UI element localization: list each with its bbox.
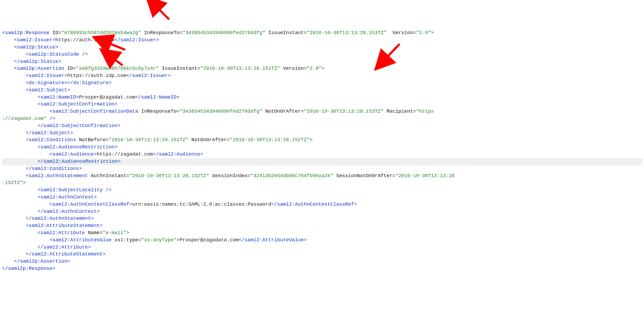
audiencerestr-close2: :AudienceRestriction> <box>58 159 121 164</box>
status-open: <saml2p:Status> <box>14 44 58 50</box>
accr-value: urn:oasis:names:tc:SAML:2.0:ac:classes:P… <box>132 202 271 207</box>
subject-close: </saml2:Subject> <box>26 130 73 136</box>
scd-nooa-attr: NotOnOrAfter <box>265 109 301 114</box>
svg-line-1 <box>157 7 169 19</box>
scd-irt-attr: InResponseTo <box>141 109 177 114</box>
inresponseto-val: "3438545343948990fed276ddfg" <box>182 30 265 36</box>
signature-close: </ds:Signature> <box>67 80 112 86</box>
issuer-close: </saml2:Issuer> <box>115 37 159 43</box>
signature-open: <ds:Signature> <box>26 80 67 86</box>
subjectconf-close: </saml2:SubjectConfirmation> <box>38 123 120 129</box>
scd-recip-attr: Recipient <box>386 109 413 114</box>
attr-name-val: "e-mail" <box>103 230 127 236</box>
subjectconf-open: <saml2:SubjectConfirmation> <box>38 101 117 107</box>
scd-irt-val: "3438545343948990fed276ddfg" <box>180 109 262 114</box>
id-attr: ID <box>52 30 58 36</box>
attr-close: </saml2:Attribute> <box>38 245 91 250</box>
attrval-open-tag: <saml2:AttributeValue <box>50 237 112 243</box>
attrval-value: Prosper@zagadata.com <box>180 237 239 243</box>
nameid-value: Prosper@zagadat.com <box>79 95 135 100</box>
nameid-open: <saml2:NameID> <box>38 95 79 100</box>
assertion-id-val: "a48fg332dw98h786kc5c6y7s4r" <box>76 66 159 71</box>
assertion-ii-val: "2016-10-30T13:13:28.151TZ" <box>200 66 280 71</box>
attrval-xsi-val: "xs:anyType" <box>141 237 177 243</box>
cond-nb-val: "2016-10-30T13:13:28.151TZ" <box>109 137 189 143</box>
audiencerestr-close1: </saml2 <box>38 159 58 164</box>
statuscode-self: <saml2p:StatusCode /> <box>26 52 88 57</box>
audience-open: <saml2:Audience> <box>50 152 97 157</box>
authnstmt-close: </saml2:AuthnStatement> <box>26 216 94 221</box>
ais-snooa-val2: .152TZ" <box>2 180 23 186</box>
cond-nooa-val: "2016-10-30T13:13:28.152TZ" <box>230 137 310 143</box>
scd-nooa-val: "2016-10-30T13:13:28.153TZ" <box>304 109 384 114</box>
subject-open: <saml2:Subject> <box>26 87 70 93</box>
version-val: "2.0" <box>416 30 431 36</box>
assertion-ver-attr: Version <box>283 66 304 71</box>
ais-snooa-val1: "2016-10-30T13:13:28 <box>396 173 455 179</box>
audience-close: </saml2:Audience> <box>153 152 203 157</box>
version-attr: Version <box>393 30 413 36</box>
assertion-ver-val: "2.0" <box>307 66 322 71</box>
ais-si-val: "32413b2e54db89c764fb96ya2k" <box>251 173 333 179</box>
issuer-value: https://auth.idp.com <box>55 37 115 43</box>
scd-recip-val1: "https <box>416 109 434 114</box>
authnstmt-open-tag: <saml2:AuthnStatement <box>26 173 88 179</box>
assertion-ii-attr: IssueInstant <box>162 66 197 71</box>
issueinstant-val: "2016-10-30T13:13:28.153TZ" <box>307 30 387 36</box>
accr-open: <saml2:AuthnContextClassRef> <box>50 202 132 207</box>
subjectlocality-self: <saml2:SubjectLocality /> <box>38 187 112 193</box>
attrval-xsi-attr: xsi:type <box>115 237 138 243</box>
scd-open: <saml2:SubjectConfirmationData <box>50 109 138 114</box>
status-close: </saml2p:Status> <box>14 59 61 64</box>
response-close: </saml2p:Response> <box>2 266 55 271</box>
annotation-arrow-icon <box>154 5 173 23</box>
conditions-open-tag: <saml2:Conditions <box>26 137 76 143</box>
conditions-close: </saml2:Conditions> <box>26 166 82 172</box>
audiencerestr-open: <saml2:AudienceRestriction> <box>38 144 117 150</box>
xml-code-block: <saml2p:Response ID="6789933c5h87dd201ke… <box>2 30 642 273</box>
issuer-open: <saml2:Issuer> <box>14 37 55 43</box>
inresponseto-attr: InResponseTo <box>144 30 180 36</box>
id-val: "6789933c5h87dd201ke54wa2g" <box>61 30 141 36</box>
cond-nb-attr: NotBefore <box>79 137 106 143</box>
attrstmt-close: </saml2:AttributeStatement> <box>26 251 106 257</box>
accr-close: </saml2:AuthnContextClassRef> <box>271 202 357 207</box>
ais-si-attr: SessionIndex <box>212 173 247 179</box>
scd-selfclose: /> <box>47 116 55 121</box>
attr-open-tag: <saml2:Attribute <box>38 230 85 236</box>
cond-nooa-attr: NotOnOrAfter <box>191 137 227 143</box>
attrval-close: </saml2:AttributeValue> <box>239 237 307 243</box>
assertion-open-tag: <saml2p:Assertion <box>14 66 64 71</box>
issuer-inner-open: <saml2:Issuer> <box>26 73 67 79</box>
issuer-inner-value: https://auth.idp.com <box>67 73 126 79</box>
authncontext-open: <saml2:AuthnContext> <box>38 194 97 200</box>
issuer-inner-close: </saml2:Issuer> <box>126 73 171 79</box>
authncontext-close: </saml2:AuthnContext> <box>38 209 100 214</box>
ais-snooa-attr: SessionNotOnOrAfter <box>336 173 393 179</box>
assertion-close: </saml2p:Assertion> <box>14 259 70 264</box>
scd-recip-val2: ://zagadat.com" <box>2 116 47 121</box>
audience-value: https://zagadat.com <box>97 152 153 157</box>
attrstmt-open: <saml2:AttributeStatement> <box>26 223 103 229</box>
ais-ai-attr: AuthnInstant <box>91 173 126 179</box>
attr-name-attr: Name <box>88 230 100 236</box>
nameid-close: </saml2:NameID> <box>135 95 180 100</box>
response-open-tag: <saml2p:Response <box>2 30 50 36</box>
ais-ai-val: "2016-10-30T13:13:28.152TZ" <box>129 173 209 179</box>
assertion-id-attr: ID <box>67 66 73 71</box>
issueinstant-attr: IssueInstant <box>268 30 304 36</box>
